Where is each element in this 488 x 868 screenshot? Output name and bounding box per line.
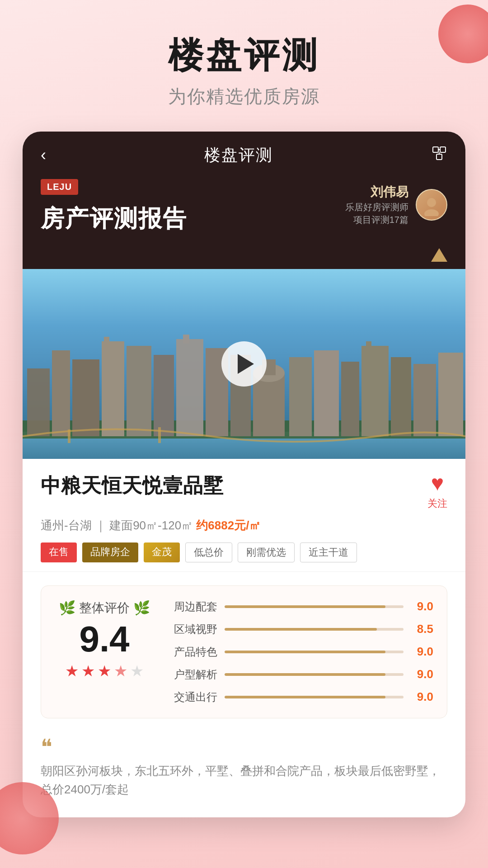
- property-tag: 低总价: [185, 542, 232, 562]
- stars-row: ★★★★★: [65, 662, 144, 680]
- rating-bar-fill: [225, 605, 385, 608]
- svg-rect-14: [127, 346, 151, 436]
- svg-rect-28: [391, 357, 411, 436]
- svg-rect-12: [102, 341, 124, 436]
- property-tag: 刚需优选: [238, 542, 295, 562]
- heart-icon: ♥: [431, 472, 444, 494]
- property-area: 建面90㎡-120㎡: [109, 519, 193, 532]
- svg-rect-23: [289, 357, 312, 436]
- property-tag: 近主干道: [300, 542, 357, 562]
- svg-rect-15: [154, 355, 174, 436]
- report-header: LEJU 房产评测报告 刘伟易 乐居好房评测师 项目评测17篇: [23, 179, 465, 248]
- svg-rect-9: [27, 368, 50, 436]
- quote-mark: ❝: [41, 736, 447, 758]
- rating-bar-bg: [225, 605, 404, 608]
- rating-bar-bg: [225, 628, 404, 631]
- svg-rect-17: [183, 335, 189, 344]
- property-location: 通州-台湖: [41, 519, 92, 532]
- svg-rect-11: [72, 359, 99, 436]
- rating-detail-row: 区域视野8.5: [172, 622, 433, 637]
- page-title: 楼盘评测: [18, 36, 470, 75]
- star-icon: ★: [130, 662, 144, 680]
- app-bar-title: 楼盘评测: [204, 144, 273, 166]
- property-tag: 金茂: [144, 542, 180, 562]
- play-button[interactable]: [221, 341, 267, 387]
- rating-bar-fill: [225, 673, 385, 676]
- triangle-decoration: [431, 248, 447, 262]
- property-price: 约6882元/㎡: [196, 519, 261, 532]
- svg-rect-26: [361, 346, 389, 436]
- report-logo-area: LEJU 房产评测报告: [41, 179, 187, 235]
- quote-section: ❝ 朝阳区孙河板块，东北五环外，平墅、叠拼和合院产品，板块最后低密野墅，总价24…: [23, 732, 465, 817]
- rating-label-top: 🌿 整体评价 🌿: [59, 599, 150, 617]
- rating-bar-fill: [225, 696, 385, 698]
- property-tag: 品牌房企: [82, 542, 138, 562]
- svg-rect-24: [314, 350, 339, 436]
- report-main-title: 房产评测报告: [41, 203, 187, 235]
- svg-rect-13: [104, 337, 109, 346]
- rating-bar-fill: [225, 651, 385, 653]
- reviewer-desc2: 项目评测17篇: [345, 213, 408, 226]
- svg-rect-27: [366, 341, 371, 349]
- phone-card: ‹ 楼盘评测 LEJU 房产评测报告 刘伟易 乐居好房评测师 项目评测17篇: [23, 132, 465, 817]
- rating-detail-label: 户型解析: [172, 667, 217, 682]
- svg-rect-2: [436, 154, 442, 160]
- svg-rect-10: [52, 350, 70, 436]
- svg-rect-25: [341, 362, 359, 436]
- rating-detail-label: 产品特色: [172, 645, 217, 659]
- rating-detail-value: 9.0: [411, 599, 433, 613]
- reviewer-name: 刘伟易: [345, 184, 408, 201]
- play-icon: [238, 354, 254, 374]
- rating-bar-bg: [225, 673, 404, 676]
- svg-point-5: [427, 198, 436, 207]
- property-name: 中粮天恒天悦壹品墅: [41, 472, 224, 499]
- svg-rect-31: [68, 429, 70, 443]
- svg-rect-30: [438, 353, 463, 436]
- video-area[interactable]: [23, 269, 465, 459]
- rating-detail-value: 9.0: [411, 667, 433, 681]
- follow-button[interactable]: ♥ 关注: [427, 472, 447, 510]
- rating-detail-value: 9.0: [411, 645, 433, 659]
- app-bar: ‹ 楼盘评测: [23, 132, 465, 179]
- svg-rect-0: [433, 147, 438, 152]
- quote-text: 朝阳区孙河板块，东北五环外，平墅、叠拼和合院产品，板块最后低密野墅，总价2400…: [41, 762, 447, 799]
- rating-detail-label: 周边配套: [172, 599, 217, 614]
- back-button[interactable]: ‹: [41, 146, 46, 165]
- overall-rating: 🌿 整体评价 🌿 9.4 ★★★★★: [55, 599, 154, 704]
- rating-bar-bg: [225, 696, 404, 698]
- overall-score: 9.4: [79, 621, 129, 657]
- laurel-right-icon: 🌿: [133, 600, 150, 616]
- property-tags: 在售品牌房企金茂低总价刚需优选近主干道: [41, 542, 447, 562]
- rating-detail-value: 9.0: [411, 690, 433, 704]
- rating-bar-fill: [225, 628, 377, 631]
- reviewer-desc1: 乐居好房评测师: [345, 201, 408, 213]
- rating-detail-row: 交通出行9.0: [172, 690, 433, 704]
- svg-rect-16: [176, 339, 203, 436]
- leju-badge: LEJU: [41, 179, 78, 195]
- laurel-left-icon: 🌿: [59, 600, 75, 616]
- reviewer-info: 刘伟易 乐居好房评测师 项目评测17篇: [345, 184, 408, 226]
- property-meta: 通州-台湖 ｜ 建面90㎡-120㎡ 约6882元/㎡: [41, 518, 447, 533]
- svg-rect-1: [440, 147, 446, 152]
- star-icon: ★: [81, 662, 95, 680]
- star-icon: ★: [65, 662, 79, 680]
- svg-rect-32: [158, 427, 161, 443]
- svg-rect-29: [413, 364, 436, 436]
- overall-label: 整体评价: [79, 599, 130, 617]
- property-header: 中粮天恒天悦壹品墅 ♥ 关注: [41, 472, 447, 510]
- triangle-deco-area: [23, 248, 465, 269]
- rating-detail-row: 周边配套9.0: [172, 599, 433, 614]
- svg-rect-20: [253, 373, 285, 436]
- rating-section: 🌿 整体评价 🌿 9.4 ★★★★★ 周边配套9.0区域视野8.5产品特色9.0…: [41, 585, 447, 718]
- share-button[interactable]: [431, 145, 447, 165]
- property-info: 中粮天恒天悦壹品墅 ♥ 关注 通州-台湖 ｜ 建面90㎡-120㎡ 约6882元…: [23, 459, 465, 572]
- rating-bar-bg: [225, 651, 404, 653]
- rating-detail-label: 交通出行: [172, 690, 217, 704]
- header-section: 楼盘评测 为你精选优质房源: [0, 0, 488, 132]
- reviewer-avatar: [416, 189, 447, 221]
- follow-label: 关注: [427, 497, 447, 510]
- detail-ratings: 周边配套9.0区域视野8.5产品特色9.0户型解析9.0交通出行9.0: [172, 599, 433, 704]
- star-icon: ★: [98, 662, 111, 680]
- rating-detail-value: 8.5: [411, 622, 433, 636]
- rating-detail-row: 产品特色9.0: [172, 645, 433, 659]
